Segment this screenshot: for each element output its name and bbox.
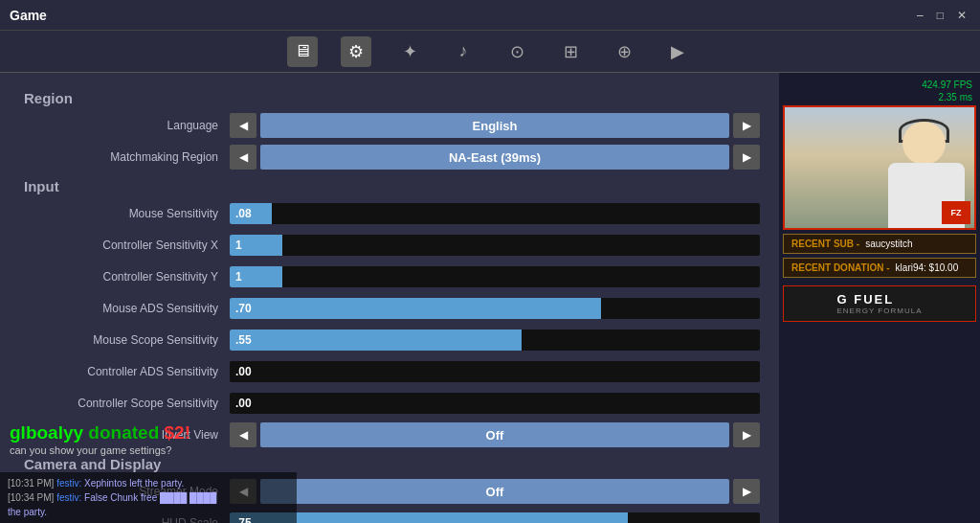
mouse-sensitivity-value: .08	[235, 207, 252, 220]
matchmaking-control: ◀ NA-East (39ms) ▶	[230, 145, 760, 170]
chat-entry-1: [10:31 PM] festiv: Xephintos left the pa…	[8, 476, 289, 490]
region-section-title: Region	[19, 90, 760, 106]
hud-scale-control: .75	[230, 512, 760, 523]
donation-amount: $2!	[159, 422, 190, 443]
mouse-sensitivity-row: Mouse Sensitivity .08	[19, 200, 760, 227]
ctrl-sensitivity-x-row: Controller Sensitivity X 1	[19, 232, 760, 259]
ctrl-sensitivity-y-label: Controller Sensitivity Y	[19, 270, 230, 284]
hud-scale-value: .75	[235, 516, 252, 523]
mouse-scope-label: Mouse Scope Sensitivity	[19, 333, 230, 347]
mouse-sensitivity-control: .08	[230, 203, 760, 224]
mouse-ads-slider[interactable]: .70	[230, 298, 760, 319]
ctrl-sensitivity-y-control: 1	[230, 266, 760, 287]
mouse-scope-control: .55	[230, 330, 760, 351]
gfuel-box: G FUEL ENERGY FORMULA	[783, 285, 976, 322]
donation-username: glboalyy	[10, 422, 88, 443]
nav-grid[interactable]: ⊞	[555, 36, 586, 67]
ctrl-ads-row: Controller ADS Sensitivity .00	[19, 358, 760, 385]
nav-play[interactable]: ▶	[662, 36, 693, 67]
minimize-button[interactable]: –	[913, 9, 927, 22]
matchmaking-label: Matchmaking Region	[19, 150, 230, 164]
mouse-scope-fill	[230, 330, 522, 351]
nav-brightness[interactable]: ✦	[394, 36, 425, 67]
ctrl-ads-value: .00	[235, 365, 252, 378]
nav-monitor[interactable]: 🖥	[287, 36, 318, 67]
ctrl-scope-row: Controller Scope Sensitivity .00	[19, 390, 760, 417]
language-row: Language ◀ English ▶	[19, 112, 760, 139]
maximize-button[interactable]: □	[933, 9, 947, 22]
donated-word: donated	[88, 422, 159, 443]
recent-donation-label: RECENT DONATION -	[791, 262, 890, 273]
mouse-sensitivity-label: Mouse Sensitivity	[19, 207, 230, 220]
ctrl-sensitivity-x-slider[interactable]: 1	[230, 235, 760, 256]
mouse-sensitivity-slider[interactable]: .08	[230, 203, 760, 224]
nav-bar: 🖥 ⚙ ✦ ♪ ⊙ ⊞ ⊕ ▶	[0, 31, 980, 73]
matchmaking-value: NA-East (39ms)	[260, 145, 729, 170]
streamer-mode-next-button[interactable]: ▶	[733, 479, 760, 504]
nav-controller[interactable]: ⊕	[609, 36, 639, 67]
streamer-mode-value: Off	[260, 479, 729, 504]
language-prev-button[interactable]: ◀	[230, 113, 256, 138]
chat-log: [10:31 PM] festiv: Xephintos left the pa…	[0, 472, 297, 523]
matchmaking-row: Matchmaking Region ◀ NA-East (39ms) ▶	[19, 144, 760, 171]
ctrl-sensitivity-y-slider[interactable]: 1	[230, 266, 760, 287]
mouse-ads-label: Mouse ADS Sensitivity	[19, 302, 230, 315]
ms-value: 2.35 ms	[787, 91, 972, 103]
matchmaking-prev-button[interactable]: ◀	[230, 145, 256, 170]
right-panel: 424.97 FPS 2.35 ms FZ RECENT SUB - saucy…	[779, 73, 980, 523]
nav-audio[interactable]: ♪	[448, 36, 479, 67]
recent-sub-box: RECENT SUB - saucystitch	[783, 234, 976, 254]
ctrl-ads-label: Controller ADS Sensitivity	[19, 365, 230, 378]
chat-user-2: festiv:	[56, 492, 81, 503]
chat-msg-3: the party.	[8, 507, 47, 517]
chat-time-1: [10:31 PM]	[8, 478, 54, 489]
invert-view-control: ◀ Off ▶	[230, 422, 760, 447]
language-label: Language	[19, 119, 230, 132]
nav-gear[interactable]: ⚙	[341, 36, 371, 67]
invert-view-next-button[interactable]: ▶	[733, 422, 760, 447]
stream-preview: FZ	[783, 105, 976, 230]
recent-sub-value: saucystitch	[865, 239, 912, 249]
window-controls: – □ ✕	[913, 9, 970, 22]
donation-main: glboalyy donated $2!	[10, 422, 190, 443]
mouse-ads-value: .70	[235, 302, 252, 315]
window-title: Game	[10, 8, 913, 23]
donation-overlay: glboalyy donated $2! can you show your g…	[10, 422, 190, 456]
main-wrapper: Region Language ◀ English ▶ Matchmaking …	[0, 73, 980, 523]
hud-scale-slider[interactable]: .75	[230, 512, 760, 523]
recent-sub-label: RECENT SUB -	[791, 239, 859, 249]
close-button[interactable]: ✕	[953, 9, 970, 22]
ctrl-sensitivity-x-value: 1	[235, 239, 242, 252]
ctrl-scope-control: .00	[230, 393, 760, 414]
mouse-ads-control: .70	[230, 298, 760, 319]
input-section-title: Input	[19, 178, 760, 194]
faze-logo: FZ	[942, 201, 970, 224]
chat-time-2: [10:34 PM]	[8, 492, 54, 503]
mouse-ads-row: Mouse ADS Sensitivity .70	[19, 295, 760, 322]
ctrl-sensitivity-x-control: 1	[230, 235, 760, 256]
ctrl-scope-slider[interactable]: .00	[230, 393, 760, 414]
language-control: ◀ English ▶	[230, 113, 760, 138]
donation-subtext: can you show your game settings?	[10, 444, 190, 456]
language-next-button[interactable]: ▶	[733, 113, 760, 138]
mouse-ads-fill	[230, 298, 601, 319]
fps-display: 424.97 FPS 2.35 ms	[783, 77, 976, 105]
fps-value: 424.97 FPS	[787, 79, 972, 91]
gfuel-content: G FUEL ENERGY FORMULA	[837, 292, 923, 315]
mouse-scope-slider[interactable]: .55	[230, 330, 760, 351]
recent-donation-box: RECENT DONATION - klari94: $10.00	[783, 258, 976, 278]
ctrl-ads-control: .00	[230, 361, 760, 382]
nav-person[interactable]: ⊙	[501, 36, 532, 67]
ctrl-sensitivity-y-value: 1	[235, 270, 242, 284]
ctrl-sensitivity-x-label: Controller Sensitivity X	[19, 239, 230, 252]
matchmaking-next-button[interactable]: ▶	[733, 145, 760, 170]
title-bar: Game – □ ✕	[0, 0, 980, 31]
camera-section-title: Camera and Display	[19, 456, 760, 472]
gfuel-sub: ENERGY FORMULA	[837, 307, 923, 315]
mouse-scope-row: Mouse Scope Sensitivity .55	[19, 327, 760, 353]
invert-view-prev-button[interactable]: ◀	[230, 422, 256, 447]
language-value: English	[260, 113, 729, 138]
chat-msg-1: Xephintos left the party.	[84, 478, 184, 489]
ctrl-ads-slider[interactable]: .00	[230, 361, 760, 382]
person-head	[902, 122, 946, 165]
